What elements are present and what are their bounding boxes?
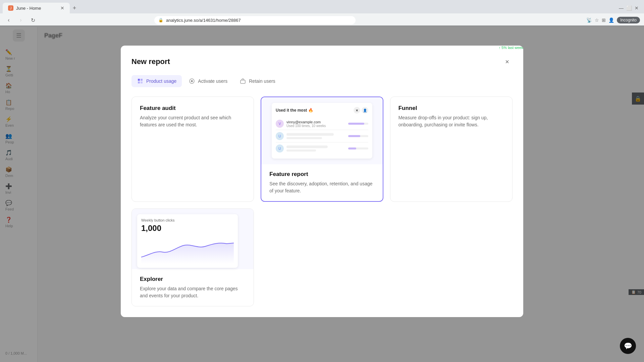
- lock-icon: 🔒: [158, 18, 163, 22]
- explorer-widget: Weekly button clicks ↑ 5% last week 1,00…: [137, 214, 238, 268]
- modal-close-button[interactable]: ×: [502, 56, 513, 67]
- tab-favicon: J: [8, 5, 13, 11]
- activate-users-tab-icon: [189, 78, 195, 84]
- row-bar-container-2: [348, 135, 368, 137]
- modal-header: New report ×: [131, 56, 513, 67]
- browser-chrome: J June - Home ✕ + — ⬜ ✕ ‹ › ↻ 🔒 analytic…: [0, 0, 644, 27]
- user-avatar-3: U: [276, 144, 284, 153]
- feature-audit-desc: Analyze your current product and see whi…: [140, 114, 246, 128]
- row-text-2: [286, 133, 345, 139]
- empty-card-3: [390, 208, 513, 306]
- feature-report-preview: Used it the most 🔥 ✕ 👤 V vinny@example.c…: [261, 97, 382, 164]
- svg-rect-0: [138, 79, 140, 81]
- explorer-desc: Explore your data and compare the core p…: [140, 285, 246, 299]
- user-avatar-2: U: [276, 132, 284, 140]
- row-bar-1: [348, 123, 364, 125]
- profile-icon[interactable]: 👤: [608, 17, 614, 23]
- back-button[interactable]: ‹: [4, 15, 13, 25]
- tab-title: June - Home: [16, 6, 41, 11]
- row-text-1: vinny@example.com Used 100 times, 10 wee…: [286, 120, 345, 128]
- explorer-title: Explorer: [140, 276, 246, 283]
- active-tab[interactable]: J June - Home ✕: [3, 3, 70, 13]
- modal-overlay[interactable]: New report × Product usage: [0, 25, 644, 362]
- modal-title: New report: [131, 57, 170, 66]
- row-text-3: [286, 145, 345, 152]
- tab-close-button[interactable]: ✕: [60, 5, 64, 11]
- forward-button[interactable]: ›: [16, 15, 25, 25]
- product-usage-tab-icon: [137, 78, 144, 84]
- tab-product-usage-label: Product usage: [146, 78, 176, 84]
- feature-preview-widget: Used it the most 🔥 ✕ 👤 V vinny@example.c…: [272, 103, 372, 159]
- explorer-content: Explorer Explore your data and compare t…: [132, 269, 254, 306]
- feature-report-desc: See the discovery, adoption, retention, …: [269, 180, 374, 194]
- svg-point-5: [191, 80, 193, 82]
- feature-report-card[interactable]: Used it the most 🔥 ✕ 👤 V vinny@example.c…: [261, 97, 383, 202]
- user-avatar-1: V: [276, 120, 284, 128]
- star-icon[interactable]: ☆: [595, 17, 599, 23]
- explorer-preview: Weekly button clicks ↑ 5% last week 1,00…: [132, 209, 254, 269]
- feature-preview-title-text: Used it the most 🔥: [276, 108, 313, 113]
- chat-button[interactable]: 💬: [620, 338, 636, 354]
- row-bar-container-1: [348, 123, 368, 125]
- feature-preview-actions: ✕ 👤: [354, 107, 368, 114]
- funnel-title: Funnel: [398, 105, 504, 112]
- chat-icon: 💬: [624, 342, 632, 350]
- cast-icon[interactable]: 📡: [586, 17, 592, 23]
- close-window-button[interactable]: ✕: [635, 5, 639, 11]
- feature-audit-title: Feature audit: [140, 105, 246, 112]
- incognito-badge: Incognito: [617, 17, 640, 23]
- tab-activate-users-label: Activate users: [198, 78, 227, 84]
- report-tabs: Product usage Activate users: [131, 75, 513, 87]
- tab-activate-users[interactable]: Activate users: [183, 75, 233, 87]
- row-bar-2: [348, 135, 360, 137]
- svg-rect-2: [138, 81, 140, 83]
- chart-area: [141, 237, 234, 264]
- funnel-card[interactable]: Funnel Measure drop-offs in your product…: [390, 97, 513, 202]
- feature-preview-row-2: U: [276, 130, 368, 142]
- row-bar-container-3: [348, 147, 368, 149]
- restore-button[interactable]: ⬜: [626, 5, 632, 11]
- empty-card-2: [261, 208, 383, 306]
- tab-product-usage[interactable]: Product usage: [131, 75, 182, 87]
- feature-audit-card[interactable]: Feature audit Analyze your current produ…: [131, 97, 254, 202]
- svg-rect-6: [240, 80, 245, 83]
- explorer-number: 1,000: [141, 224, 234, 233]
- row-name-3: [286, 145, 328, 148]
- reload-button[interactable]: ↻: [28, 15, 38, 25]
- retain-users-tab-icon: [239, 78, 246, 84]
- feature-preview-row-1: V vinny@example.com Used 100 times, 10 w…: [276, 118, 368, 130]
- explorer-card[interactable]: Weekly button clicks ↑ 5% last week 1,00…: [131, 208, 254, 306]
- explorer-stat-label: Weekly button clicks: [141, 218, 174, 222]
- feature-report-content: Feature report See the discovery, adopti…: [261, 164, 382, 201]
- feature-report-title: Feature report: [269, 171, 374, 178]
- action-dot-2: 👤: [362, 107, 368, 114]
- row-name-2: [286, 133, 334, 136]
- address-bar: ‹ › ↻ 🔒 analytics.june.so/a/14631/home/2…: [0, 13, 644, 27]
- tab-retain-users[interactable]: Retain users: [234, 75, 281, 87]
- feature-preview-row-3: U: [276, 142, 368, 155]
- row-sub-2: [286, 137, 322, 139]
- row-name-1: vinny@example.com: [286, 120, 345, 124]
- new-tab-button[interactable]: +: [70, 3, 79, 13]
- tab-grid-icon[interactable]: ⊞: [602, 17, 606, 23]
- new-report-modal: New report × Product usage: [121, 46, 523, 317]
- url-text: analytics.june.so/a/14631/home/28867: [166, 18, 241, 23]
- svg-rect-3: [141, 81, 143, 83]
- chart-svg: [141, 237, 234, 264]
- minimize-button[interactable]: —: [619, 5, 624, 11]
- svg-rect-1: [141, 79, 143, 81]
- funnel-desc: Measure drop-offs in your product: sign …: [398, 114, 504, 128]
- row-bar-3: [348, 147, 356, 149]
- action-dot-1: ✕: [354, 107, 360, 114]
- browser-actions: 📡 ☆ ⊞ 👤 Incognito: [586, 17, 640, 23]
- tab-retain-users-label: Retain users: [249, 78, 275, 84]
- feature-preview-header: Used it the most 🔥 ✕ 👤: [276, 107, 368, 114]
- url-bar[interactable]: 🔒 analytics.june.so/a/14631/home/28867: [154, 16, 356, 24]
- feature-preview-title: Used it the most 🔥: [276, 108, 313, 113]
- row-sub-3: [286, 149, 316, 152]
- row-sub-1: Used 100 times, 10 weeks: [286, 124, 345, 128]
- tab-bar: J June - Home ✕ + — ⬜ ✕: [0, 0, 644, 13]
